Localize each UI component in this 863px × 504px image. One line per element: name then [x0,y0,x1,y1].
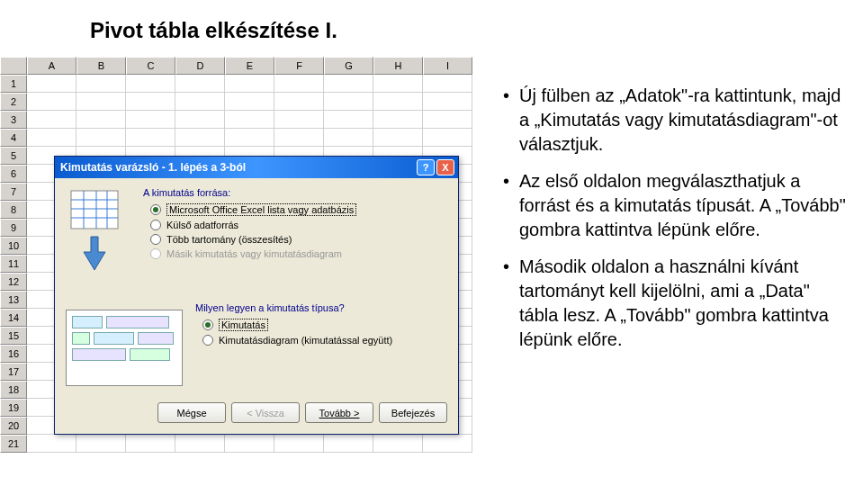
cell[interactable] [274,111,324,129]
column-header[interactable]: G [324,57,373,75]
row-header[interactable]: 21 [0,435,27,453]
source-option-label: Másik kimutatás vagy kimutatásdiagram [166,248,342,259]
cell[interactable] [225,129,274,147]
source-option[interactable]: Külső adatforrás [150,220,447,230]
row-header[interactable]: 2 [0,93,27,111]
cell[interactable] [274,75,324,93]
column-header[interactable]: H [373,57,423,75]
row-header[interactable]: 6 [0,165,27,183]
cell[interactable] [324,75,373,93]
row-header[interactable]: 19 [0,399,27,417]
cell[interactable] [76,75,126,93]
cell[interactable] [274,435,324,453]
cell[interactable] [175,435,225,453]
cell[interactable] [76,129,126,147]
cell[interactable] [324,129,373,147]
cell[interactable] [27,129,76,147]
type-option[interactable]: Kimutatás [202,319,447,331]
row-header[interactable]: 15 [0,327,27,345]
next-button[interactable]: Tovább > [305,402,373,423]
column-header[interactable]: E [225,57,274,75]
row-header[interactable]: 10 [0,237,27,255]
finish-button[interactable]: Befejezés [379,402,447,423]
cell[interactable] [175,75,225,93]
cell[interactable] [324,435,373,453]
radio-icon[interactable] [202,335,213,346]
row-header[interactable]: 14 [0,309,27,327]
radio-icon[interactable] [150,220,161,230]
row-header[interactable]: 20 [0,417,27,435]
cell[interactable] [175,93,225,111]
note-item-2: Az első oldalon megválaszthatjuk a forrá… [499,169,850,242]
dialog-titlebar[interactable]: Kimutatás varázsló - 1. lépés a 3-ból ? … [55,157,458,178]
type-option[interactable]: Kimutatásdiagram (kimutatással együtt) [202,335,447,346]
cell[interactable] [423,93,472,111]
radio-icon [150,248,161,259]
column-header[interactable]: F [274,57,324,75]
radio-icon[interactable] [150,204,161,215]
cell[interactable] [373,129,423,147]
note-item-3: Második oldalon a használni kívánt tarto… [499,255,850,352]
cell[interactable] [373,435,423,453]
column-header[interactable]: I [423,57,472,75]
row-header[interactable]: 9 [0,219,27,237]
row-header[interactable]: 5 [0,147,27,165]
cell[interactable] [126,75,175,93]
cell[interactable] [423,435,472,453]
cell[interactable] [175,111,225,129]
cell[interactable] [126,129,175,147]
cell[interactable] [126,93,175,111]
cell[interactable] [274,93,324,111]
cell[interactable] [225,75,274,93]
row-header[interactable]: 16 [0,345,27,363]
cell[interactable] [373,93,423,111]
cell[interactable] [423,111,472,129]
row-header[interactable]: 7 [0,183,27,201]
source-radio-group: Microsoft Office Excel lista vagy adatbá… [150,203,447,259]
cell[interactable] [373,111,423,129]
row-header[interactable]: 11 [0,255,27,273]
source-option[interactable]: Több tartomány (összesítés) [150,234,447,245]
cell[interactable] [126,111,175,129]
cell[interactable] [76,435,126,453]
row-header[interactable]: 18 [0,381,27,399]
pivot-wizard-dialog: Kimutatás varázsló - 1. lépés a 3-ból ? … [54,156,459,435]
select-all-corner[interactable] [0,57,27,75]
cell[interactable] [225,111,274,129]
cell[interactable] [27,435,76,453]
row-header[interactable]: 13 [0,291,27,309]
cell[interactable] [324,111,373,129]
cell[interactable] [126,435,175,453]
cell[interactable] [225,435,274,453]
column-header[interactable]: A [27,57,76,75]
source-option[interactable]: Microsoft Office Excel lista vagy adatbá… [150,203,447,216]
close-button[interactable]: X [436,159,454,176]
cell[interactable] [324,93,373,111]
type-option-label: Kimutatás [219,319,268,331]
cell[interactable] [423,129,472,147]
cell[interactable] [76,93,126,111]
cell[interactable] [175,129,225,147]
cell[interactable] [27,111,76,129]
column-header[interactable]: B [76,57,126,75]
cell[interactable] [225,93,274,111]
help-button[interactable]: ? [417,159,435,176]
cell[interactable] [76,111,126,129]
column-header[interactable]: D [175,57,225,75]
source-option-label: Külső adatforrás [166,220,238,230]
column-header[interactable]: C [126,57,175,75]
row-header[interactable]: 12 [0,273,27,291]
row-header[interactable]: 3 [0,111,27,129]
radio-icon[interactable] [150,234,161,245]
cell[interactable] [423,75,472,93]
cell[interactable] [373,75,423,93]
row-header[interactable]: 17 [0,363,27,381]
row-header[interactable]: 1 [0,75,27,93]
row-header[interactable]: 8 [0,201,27,219]
cell[interactable] [274,129,324,147]
cell[interactable] [27,75,76,93]
row-header[interactable]: 4 [0,129,27,147]
cell[interactable] [27,93,76,111]
cancel-button[interactable]: Mégse [157,402,226,423]
radio-icon[interactable] [202,320,213,330]
